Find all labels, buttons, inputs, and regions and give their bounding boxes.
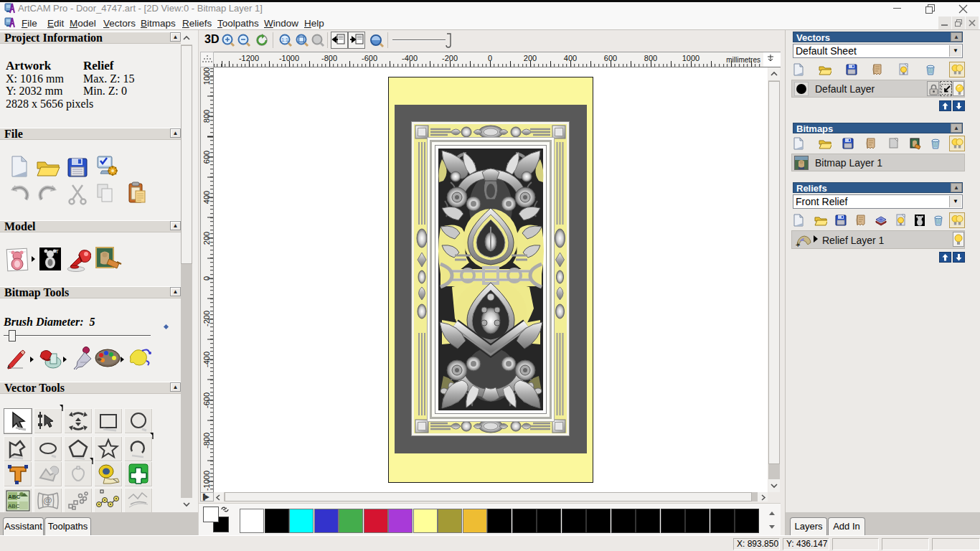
svg-text:ABC: ABC [8, 494, 21, 500]
svg-text:ABC: ABC [8, 503, 20, 509]
svg-text:1:1: 1:1 [281, 37, 288, 42]
svg-text:T: T [55, 248, 59, 255]
svg-text:@: @ [43, 495, 52, 506]
svg-text:+: + [796, 240, 800, 248]
